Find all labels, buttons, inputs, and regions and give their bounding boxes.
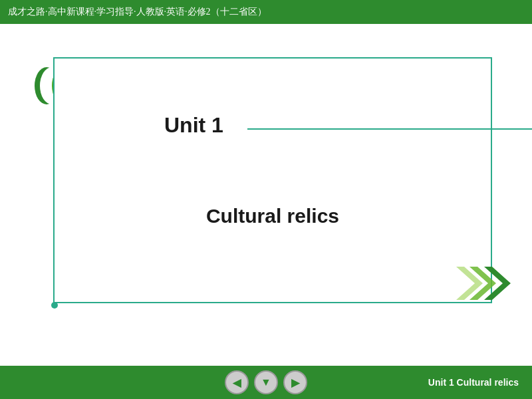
- unit-title: Unit 1: [164, 113, 223, 138]
- down-button[interactable]: ▼: [254, 370, 278, 394]
- content-box: Unit 1 Cultural relics: [53, 57, 492, 303]
- main-content: Unit 1 Cultural relics: [0, 24, 532, 366]
- down-icon: ▼: [261, 376, 271, 388]
- prev-icon: ◀: [233, 376, 241, 389]
- prev-button[interactable]: ◀: [225, 370, 249, 394]
- footer-label: Unit 1 Cultural relics: [428, 377, 519, 388]
- footer-bar: ◀ ▼ ▶ Unit 1 Cultural relics: [0, 366, 532, 399]
- header-bar: 成才之路·高中新课程·学习指导·人教版·英语·必修2（十二省区）: [0, 0, 532, 24]
- nav-buttons-group: ◀ ▼ ▶: [225, 370, 307, 394]
- header-title: 成才之路·高中新课程·学习指导·人教版·英语·必修2（十二省区）: [8, 6, 267, 18]
- corner-dot: [51, 302, 58, 309]
- subtitle-text: Cultural relics: [55, 205, 491, 227]
- next-icon: ▶: [291, 376, 299, 389]
- title-divider-line: [247, 128, 532, 130]
- next-button[interactable]: ▶: [283, 370, 307, 394]
- deco-arrows-bottomright: [450, 263, 516, 303]
